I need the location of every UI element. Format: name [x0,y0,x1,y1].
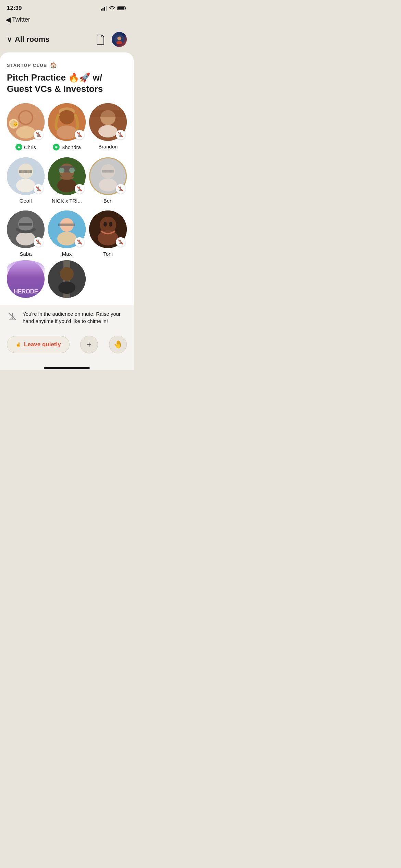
leave-quietly-button[interactable]: ✌️ Leave quietly [7,336,70,353]
svg-rect-46 [102,170,114,173]
svg-rect-24 [89,103,127,117]
speaker-brandon: Brandon [89,103,127,150]
moderator-badge-shondra: ✱ [53,144,60,150]
svg-point-37 [57,179,76,192]
mute-large-icon [7,311,18,322]
avatar-wrapper-person2 [48,260,86,298]
speaker-name-wrapper-saba: Saba [20,251,32,257]
svg-point-39 [59,168,64,173]
partial-speakers-row: HERODE [7,260,127,305]
svg-rect-54 [19,223,32,226]
speakers-grid: 👶 ✱ Chris [7,103,127,257]
svg-point-40 [69,168,75,173]
house-icon: 🏠 [50,62,57,69]
bottom-bar: ✌️ Leave quietly + 🤚 [0,330,134,364]
svg-point-31 [21,170,25,173]
svg-point-67 [104,222,107,227]
mute-badge-max [75,237,84,247]
svg-point-60 [57,232,76,245]
speaker-name-chris: Chris [24,144,36,150]
speaker-name-toni: Toni [103,251,113,257]
svg-point-9 [20,111,32,124]
svg-point-23 [98,125,118,137]
speaker-name-wrapper-shondra: ✱ Shondra [53,144,81,150]
nav-bar: ◀ Twitter [0,14,134,28]
main-card: STARTUP CLUB 🏠 Pitch Practice 🔥🚀 w/ Gues… [0,52,134,305]
speaker-name-wrapper-brandon: Brandon [98,144,118,149]
speaker-ben: Ben [89,157,127,204]
svg-point-45 [99,179,117,192]
raise-hand-button[interactable]: 🤚 [109,336,127,353]
wifi-icon [109,6,115,11]
speaker-toni: Toni [89,210,127,257]
speaker-nick: NICK x TRI... [48,157,86,204]
signal-icon [101,6,107,11]
speaker-max: Max [48,210,86,257]
avatar-herode: HERODE [7,260,45,298]
speaker-shondra: ✱ Shondra [48,103,86,150]
leave-quietly-label: Leave quietly [24,341,61,348]
plus-icon: + [87,340,92,349]
mute-badge-brandon [116,130,125,140]
svg-rect-2 [118,7,124,9]
svg-point-74 [58,281,75,294]
speaker-name-wrapper-ben: Ben [104,198,113,204]
svg-point-17 [57,125,77,139]
audience-text: You're in the audience on mute. Raise yo… [23,310,127,325]
status-icons [101,6,127,11]
speaker-name-nick: NICK x TRI... [52,198,82,204]
mute-badge-geoff [34,184,43,194]
chevron-down-icon: ∨ [7,35,12,44]
mute-badge-toni [116,237,125,247]
avatar-person2 [48,260,86,298]
speaker-herode: HERODE [7,260,45,298]
avatar-wrapper-brandon [89,103,127,141]
speaker-name-wrapper-geoff: Geoff [20,198,32,204]
speaker-name-shondra: Shondra [61,144,81,150]
speaker-saba: Saba [7,210,45,257]
speaker-chris: 👶 ✱ Chris [7,103,45,150]
speaker-name-wrapper-toni: Toni [103,251,113,257]
svg-point-32 [27,170,30,173]
back-chevron-icon: ◀ [5,15,11,24]
leave-emoji: ✌️ [15,342,21,347]
speaker-name-ben: Ben [104,198,113,204]
room-title: Pitch Practice 🔥🚀 w/ Guest VCs & Investo… [7,72,127,94]
avatar-wrapper-shondra [48,103,86,141]
document-button[interactable] [95,33,107,46]
home-indicator [0,364,134,370]
status-time: 12:39 [7,5,22,12]
add-button[interactable]: + [80,336,98,353]
svg-rect-61 [58,224,75,226]
avatar-wrapper-herode: HERODE [7,260,45,298]
svg-text:👶: 👶 [13,121,18,126]
battery-icon [117,6,127,11]
speaker-name-wrapper-max: Max [62,251,72,257]
avatar-wrapper-saba [7,210,45,248]
speaker-name-max: Max [62,251,72,257]
moderator-badge-chris: ✱ [15,144,22,150]
speaker-geoff: Geoff [7,157,45,204]
svg-point-53 [16,232,35,245]
avatar-wrapper-ben [89,157,127,195]
speaker-name-brandon: Brandon [98,144,118,149]
user-avatar[interactable] [112,32,127,47]
home-bar [44,367,90,369]
mute-badge-nick [75,184,84,194]
back-label: Twitter [12,16,30,23]
back-button[interactable]: ◀ Twitter [5,16,30,24]
avatar-wrapper-chris: 👶 [7,103,45,141]
svg-point-66 [98,230,118,245]
svg-point-8 [16,126,35,138]
status-bar: 12:39 [0,0,134,14]
speaker-name-geoff: Geoff [20,198,32,204]
svg-point-47 [104,170,107,173]
club-name: STARTUP CLUB [7,63,47,68]
all-rooms-button[interactable]: ∨ All rooms [7,35,49,44]
mute-badge-chris [34,130,43,140]
svg-rect-30 [19,170,32,173]
svg-rect-1 [125,8,126,9]
speaker-name-saba: Saba [20,251,32,257]
svg-point-48 [109,170,112,173]
speaker-person2 [48,260,86,298]
